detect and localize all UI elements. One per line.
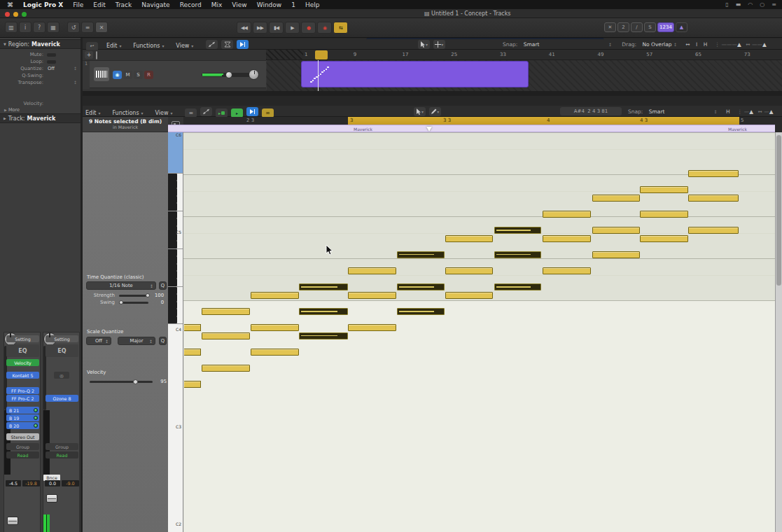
note-e4[interactable] [348, 292, 396, 299]
catch-playhead-icon[interactable] [237, 40, 249, 49]
zoom-v-icon[interactable]: Ⅰ [696, 41, 697, 48]
tracks-edit-menu[interactable]: Edit▾ [106, 43, 122, 49]
volume-value[interactable]: -4.5 [6, 480, 21, 486]
cycle-region[interactable] [315, 50, 328, 59]
inspector-icon[interactable]: i [19, 22, 32, 33]
scrollbar-thumb[interactable] [776, 135, 781, 286]
note-f4-selected[interactable] [299, 284, 348, 290]
setting-button[interactable]: Setting [46, 335, 78, 342]
quantize-value-select[interactable]: 1/16 Note↕ [86, 281, 156, 290]
black-key[interactable] [168, 279, 177, 286]
volume-value[interactable]: 0.0 [45, 480, 60, 486]
note-c5[interactable] [592, 227, 640, 234]
battery-icon[interactable]: ▬ [736, 1, 741, 8]
pr-view-menu[interactable]: View▾ [155, 110, 172, 116]
track-record-button[interactable]: R [144, 71, 153, 79]
snap-select[interactable]: Smart ↕ [524, 41, 612, 48]
send-slot[interactable]: B 21 [6, 407, 39, 414]
black-key[interactable] [168, 316, 177, 324]
black-key[interactable] [168, 249, 177, 257]
pr-pointer-tool-menu[interactable]: ▾ [414, 107, 426, 116]
instrument-slot[interactable]: Kontakt 5 [6, 372, 39, 379]
quantize-apply-button[interactable]: Q [159, 281, 167, 290]
inspector-row-blank[interactable] [0, 86, 81, 93]
black-key[interactable] [168, 302, 177, 309]
black-key[interactable] [168, 218, 177, 226]
count-in-button[interactable]: 1234 [657, 22, 674, 32]
scale-mode-select[interactable]: Major↕ [118, 337, 155, 345]
note-c4[interactable] [251, 324, 299, 331]
note-d4-selected[interactable] [397, 308, 445, 315]
note-a4[interactable] [592, 251, 640, 258]
swing-slider[interactable] [119, 302, 148, 304]
plugin-slot-icon[interactable]: ◎ [54, 372, 69, 379]
tracks-lane[interactable] [266, 60, 782, 91]
flex-icon[interactable] [221, 40, 233, 49]
pr-cycle-region[interactable] [348, 117, 739, 125]
black-key[interactable] [168, 287, 177, 295]
track-pan-knob[interactable] [249, 69, 259, 80]
pressed-key-b3[interactable] [168, 164, 183, 173]
track-inspector-header[interactable]: ▶ Track: Maverick [0, 113, 81, 123]
note-d4-selected[interactable] [299, 308, 348, 315]
send-knob[interactable] [34, 408, 38, 412]
pr-functions-menu[interactable]: Functions▾ [112, 110, 143, 116]
note-c4[interactable] [348, 324, 396, 331]
note-e4[interactable] [251, 292, 299, 299]
waveform-zoom-icon[interactable]: H [704, 41, 708, 48]
note-g4[interactable] [543, 267, 591, 274]
tracks-view-menu[interactable]: View▾ [176, 43, 193, 49]
group-button[interactable]: Group [46, 443, 78, 450]
pr-hzoom-slider[interactable]: ↔ —▲ [758, 108, 774, 115]
plugin-slot[interactable]: Ozone 8 [46, 395, 78, 402]
fader-cap[interactable] [7, 517, 18, 525]
plugin-slot[interactable]: FF Pro-C 2 [6, 395, 39, 402]
track-header[interactable]: 1 ◉ M S R [83, 60, 266, 88]
eq-display[interactable]: EQ [46, 344, 78, 357]
note-d4[interactable] [202, 308, 250, 315]
playhead-marker[interactable] [426, 127, 432, 132]
toggle[interactable] [47, 53, 56, 57]
menu-window[interactable]: Window [257, 1, 282, 8]
piano-roll-ruler[interactable]: 2 333 344 35 [183, 117, 775, 125]
minimize-window-button[interactable] [13, 12, 18, 17]
region-lane[interactable]: MaverickMaverick [168, 125, 775, 132]
note-f5[interactable] [640, 186, 688, 193]
pr-automation-icon[interactable] [200, 107, 212, 116]
inspector-row-mute[interactable]: Mute: [0, 51, 81, 58]
tracks-ruler[interactable]: 191725334149576573 [266, 50, 782, 60]
midi-region-maverick[interactable] [301, 61, 529, 88]
note-f4-selected[interactable] [397, 284, 445, 290]
menu-1[interactable]: 1 [291, 1, 295, 8]
black-key[interactable] [168, 181, 177, 188]
pr-catch-icon[interactable] [246, 107, 258, 116]
track-volume-slider[interactable] [202, 73, 256, 77]
command-tool-menu[interactable]: ▾ [433, 40, 445, 49]
menu-file[interactable]: File [73, 1, 83, 8]
zoom-h-icon[interactable]: ↔ [685, 41, 690, 48]
note-b3[interactable] [202, 332, 250, 340]
black-key[interactable] [168, 188, 177, 196]
menu-mix[interactable]: Mix [211, 1, 223, 8]
note-e4[interactable] [445, 292, 493, 299]
chevron-icon[interactable]: ↕ [74, 80, 77, 85]
black-key[interactable] [168, 203, 177, 211]
solo-off-button[interactable]: ✕ [604, 22, 616, 32]
zoom-window-button[interactable] [22, 12, 27, 17]
region-inspector-header[interactable]: ▼ Region: Maverick [0, 39, 81, 49]
vertical-scrollbar[interactable] [775, 132, 782, 532]
scale-root-select[interactable]: Off↕ [86, 337, 111, 345]
cycle-button[interactable]: ⇆ [333, 22, 348, 34]
menu-track[interactable]: Track [116, 1, 132, 8]
vertical-zoom-slider[interactable]: ⋮ ———▲ [715, 41, 741, 48]
note-a3[interactable] [251, 349, 299, 356]
inspector-row-blank[interactable] [0, 93, 81, 100]
cut-icon[interactable]: ✕ [95, 22, 108, 33]
note-b4[interactable] [445, 235, 493, 242]
forward-button[interactable]: ▶▶ [253, 22, 267, 34]
note-a4-selected[interactable] [494, 251, 541, 258]
note-b3-selected[interactable] [299, 332, 348, 340]
velocity-slider[interactable] [90, 381, 153, 383]
note-b4[interactable] [543, 235, 591, 242]
inspector-row-loop[interactable]: Loop: [0, 58, 81, 65]
